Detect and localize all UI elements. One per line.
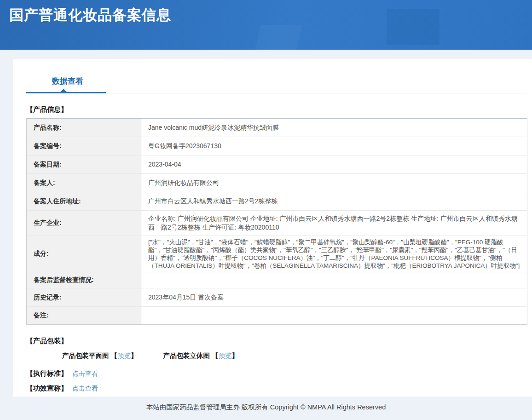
row-label: 备注: xyxy=(27,307,142,324)
page-footer: 本站由国家药品监督管理局主办 版权所有 Copyright © NMPA All… xyxy=(0,397,532,420)
packaging-previews: 产品包装平面图 【预览】 产品包装立体图 【预览】 xyxy=(62,351,527,360)
efficacy-claim-link[interactable]: 点击查看 xyxy=(72,385,98,392)
preview-link-stereo[interactable]: 预览 xyxy=(219,352,232,359)
row-label: 生产企业: xyxy=(27,211,142,236)
section-product-info-title: 【产品信息】 xyxy=(26,105,527,114)
packaging-stereo-group: 产品包装立体图 【预览】 xyxy=(163,351,239,360)
row-value: 广州润研化妆品有限公司 xyxy=(142,174,527,192)
table-row: 历史记录: 2023年04月15日 首次备案 xyxy=(27,288,527,307)
row-value: 粤G妆网备字2023067130 xyxy=(142,137,527,155)
section-exec-standard-title: 【执行标准】 xyxy=(26,369,68,377)
row-value: ["水"，"火山泥"，"甘油"，"液体石蜡"，"鲸蜡硬脂醇"，"聚二甲基硅氧烷"… xyxy=(142,236,527,272)
row-label: 成分: xyxy=(27,236,142,272)
table-row: 成分: ["水"，"火山泥"，"甘油"，"液体石蜡"，"鲸蜡硬脂醇"，"聚二甲基… xyxy=(27,236,527,272)
product-info-table: 产品名称: Jane volcanic mud妍泥冷泉冰泥精华抗皱面膜 备案编号… xyxy=(26,118,527,325)
page-header: 国产普通化妆品备案信息 xyxy=(0,0,532,50)
table-row: 产品名称: Jane volcanic mud妍泥冷泉冰泥精华抗皱面膜 xyxy=(27,119,527,137)
row-value xyxy=(142,272,527,288)
bracket-open: 【 xyxy=(212,352,219,359)
footer-text: 本站由国家药品监督管理局主办 版权所有 Copyright © NMPA All… xyxy=(146,403,386,411)
packaging-flat-label: 产品包装平面图 xyxy=(62,352,109,359)
row-value: 企业名称: 广州润研化妆品有限公司 企业地址: 广州市白云区人和镇秀水塘西一路2… xyxy=(142,211,527,236)
efficacy-claim-row: 【功效宣称】点击查看 xyxy=(26,384,527,393)
table-row: 生产企业: 企业名称: 广州润研化妆品有限公司 企业地址: 广州市白云区人和镇秀… xyxy=(27,211,527,236)
section-packaging-title: 【产品包装】 xyxy=(26,337,527,345)
row-label: 备案后监督检查情况: xyxy=(27,272,142,288)
section-efficacy-claim-title: 【功效宣称】 xyxy=(26,384,68,392)
row-label: 备案编号: xyxy=(27,137,142,155)
row-label: 产品名称: xyxy=(27,119,142,137)
row-label: 历史记录: xyxy=(27,288,142,306)
bracket-close: 】 xyxy=(131,352,138,359)
table-row: 备注: xyxy=(27,307,527,324)
row-value: 广州市白云区人和镇秀水塘西一路2号2栋整栋 xyxy=(142,192,527,210)
content-card: 数据查看 【产品信息】 产品名称: Jane volcanic mud妍泥冷泉冰… xyxy=(13,59,532,397)
packaging-stereo-label: 产品包装立体图 xyxy=(163,352,210,359)
tab-underline xyxy=(26,93,527,93)
table-row: 备案日期: 2023-04-04 xyxy=(27,155,527,174)
page-title: 国产普通化妆品备案信息 xyxy=(0,0,532,25)
row-value: 2023年04月15日 首次备案 xyxy=(142,288,527,306)
header-decoration xyxy=(255,25,302,50)
preview-link-flat[interactable]: 预览 xyxy=(117,352,131,359)
bracket-close: 】 xyxy=(232,352,239,359)
tab-pointer-triangle xyxy=(60,89,67,92)
row-value xyxy=(142,307,527,324)
table-row: 备案后监督检查情况: xyxy=(27,272,527,288)
row-value: Jane volcanic mud妍泥冷泉冰泥精华抗皱面膜 xyxy=(142,119,527,137)
main-area: 数据查看 【产品信息】 产品名称: Jane volcanic mud妍泥冷泉冰… xyxy=(0,50,532,397)
table-row: 备案人住所地址: 广州市白云区人和镇秀水塘西一路2号2栋整栋 xyxy=(27,192,527,211)
packaging-flat-group: 产品包装平面图 【预览】 xyxy=(62,351,138,360)
exec-standard-row: 【执行标准】点击查看 xyxy=(26,369,527,378)
table-row: 备案编号: 粤G妆网备字2023067130 xyxy=(27,137,527,155)
header-decoration xyxy=(387,9,439,45)
table-row: 备案人: 广州润研化妆品有限公司 xyxy=(27,174,527,192)
row-value: 2023-04-04 xyxy=(142,155,527,173)
row-label: 备案人住所地址: xyxy=(27,192,142,210)
exec-standard-link[interactable]: 点击查看 xyxy=(72,370,98,377)
row-label: 备案人: xyxy=(27,174,142,192)
row-label: 备案日期: xyxy=(27,155,142,173)
tab-data-view[interactable]: 数据查看 xyxy=(52,76,83,86)
bracket-open: 【 xyxy=(111,352,118,359)
